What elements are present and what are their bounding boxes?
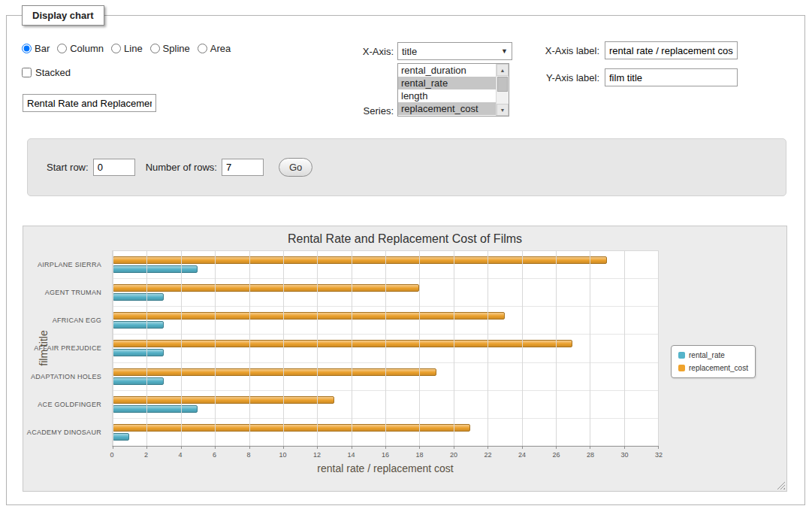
series-option-length[interactable]: length: [398, 89, 496, 102]
tick-mark: [317, 446, 318, 449]
chart-type-option-area[interactable]: Area: [198, 43, 231, 54]
stacked-option[interactable]: Stacked: [22, 67, 71, 78]
series-option-replacement_cost[interactable]: replacement_cost: [398, 102, 496, 115]
x-tick-label: 18: [415, 451, 423, 459]
x-tick-label: 0: [110, 451, 113, 459]
category-label: ADAPTATION HOLES: [23, 362, 107, 390]
tick-mark: [283, 446, 284, 449]
tick-mark: [658, 446, 659, 449]
x-tick-label: 14: [347, 451, 355, 459]
tick-mark: [352, 446, 352, 449]
display-chart-panel: Display chart BarColumnLineSplineArea St…: [6, 15, 805, 505]
x-tick-label: 16: [382, 451, 389, 459]
gridline: [249, 251, 250, 446]
bar-replacement_cost: [113, 312, 505, 320]
x-tick-label: 32: [655, 451, 663, 459]
tick-mark: [419, 446, 420, 449]
tick-mark: [556, 446, 557, 449]
series-listbox[interactable]: rental_durationrental_ratelengthreplacem…: [397, 63, 509, 117]
gridline: [624, 251, 625, 446]
legend-item-replacement_cost[interactable]: replacement_cost: [678, 364, 748, 372]
area-radio[interactable]: [198, 44, 207, 53]
stacked-label: Stacked: [35, 67, 71, 78]
gridline: [181, 251, 182, 446]
gridline: [215, 251, 216, 446]
category-label: ACE GOLDFINGER: [23, 390, 107, 418]
chart-title-input[interactable]: [23, 94, 156, 112]
chart-type-label: Column: [70, 43, 104, 54]
chart-title: Rental Rate and Replacement Cost of Film…: [23, 232, 786, 246]
gridline: [658, 251, 659, 446]
series-scrollbar[interactable]: ▲ ▼: [496, 64, 509, 116]
bar-radio[interactable]: [22, 44, 32, 53]
gridline: [146, 251, 147, 446]
category-label: AGENT TRUMAN: [23, 278, 107, 306]
plot-area: [112, 250, 659, 447]
series-option-rental_rate[interactable]: rental_rate: [398, 77, 496, 89]
x-tick-label: 12: [313, 451, 321, 459]
x-axis-label-field-label: X-Axis label:: [524, 45, 599, 56]
bar-rental_rate: [113, 293, 164, 301]
start-row-label: Start row:: [47, 162, 89, 173]
x-axis-label-input[interactable]: [605, 41, 738, 59]
category-labels: AIRPLANE SIERRAAGENT TRUMANAFRICAN EGGAF…: [23, 250, 107, 447]
legend-label: rental_rate: [689, 351, 725, 359]
x-tick-label: 6: [213, 451, 216, 459]
resize-handle-icon[interactable]: [777, 481, 785, 489]
legend-label: replacement_cost: [689, 364, 748, 372]
chart-type-label: Spline: [163, 43, 190, 54]
start-row-input[interactable]: [93, 159, 135, 176]
chart-type-option-line[interactable]: Line: [111, 43, 143, 54]
gridline: [385, 251, 386, 446]
scroll-up-icon[interactable]: ▲: [497, 64, 509, 76]
tick-mark: [624, 446, 625, 449]
chart-type-option-column[interactable]: Column: [57, 43, 104, 54]
chart-type-option-bar[interactable]: Bar: [22, 43, 50, 54]
chart-type-label: Area: [210, 43, 231, 54]
go-button[interactable]: Go: [279, 158, 312, 177]
line-radio[interactable]: [111, 44, 121, 53]
gridline: [522, 251, 523, 446]
tick-mark: [146, 446, 147, 449]
category-label: AIRPLANE SIERRA: [23, 250, 107, 278]
series-option-rental_duration[interactable]: rental_duration: [398, 64, 496, 77]
bar-replacement_cost: [113, 340, 572, 347]
bar-rental_rate: [113, 349, 164, 356]
legend-swatch: [678, 365, 685, 371]
chart-type-option-spline[interactable]: Spline: [150, 43, 190, 54]
x-tick-label: 10: [279, 451, 286, 459]
x-axis-select[interactable]: title ▼: [397, 42, 512, 60]
legend-swatch: [678, 352, 685, 359]
tick-mark: [215, 446, 216, 449]
bar-replacement_cost: [113, 396, 334, 404]
y-axis-label-field-label: Y-Axis label:: [524, 72, 599, 83]
bar-replacement_cost: [113, 284, 419, 292]
series-listbox-label: Series:: [322, 105, 394, 117]
x-axis-title: rental rate / replacement cost: [112, 462, 659, 474]
x-tick-labels: 02468101214161820222426283032: [112, 451, 659, 460]
tick-mark: [385, 446, 386, 449]
y-axis-label-input[interactable]: [605, 68, 738, 86]
panel-legend: Display chart: [22, 5, 104, 26]
spline-radio[interactable]: [150, 44, 160, 53]
bar-replacement_cost: [113, 256, 607, 264]
scroll-down-icon[interactable]: ▼: [497, 104, 509, 116]
gridline: [419, 251, 420, 446]
chart-type-radios: BarColumnLineSplineArea: [22, 43, 231, 54]
tick-mark: [488, 446, 488, 449]
column-radio[interactable]: [57, 44, 67, 53]
bar-rental_rate: [113, 265, 198, 273]
x-tick-label: 26: [552, 451, 560, 459]
number-of-rows-input[interactable]: [222, 159, 264, 176]
rows-panel: Start row: Number of rows: Go: [27, 138, 786, 196]
y-axis-title: film title: [38, 330, 50, 365]
x-axis-selected-value: title: [402, 46, 417, 57]
number-of-rows-label: Number of rows:: [146, 162, 217, 173]
scrollbar-thumb[interactable]: [497, 77, 508, 92]
stacked-checkbox[interactable]: [22, 68, 32, 77]
series-listbox-items: rental_durationrental_ratelengthreplacem…: [398, 64, 496, 116]
legend-item-rental_rate[interactable]: rental_rate: [678, 351, 748, 359]
chart-container: Rental Rate and Replacement Cost of Film…: [23, 226, 787, 492]
chart-type-label: Line: [124, 43, 143, 54]
chart-type-label: Bar: [35, 43, 50, 54]
